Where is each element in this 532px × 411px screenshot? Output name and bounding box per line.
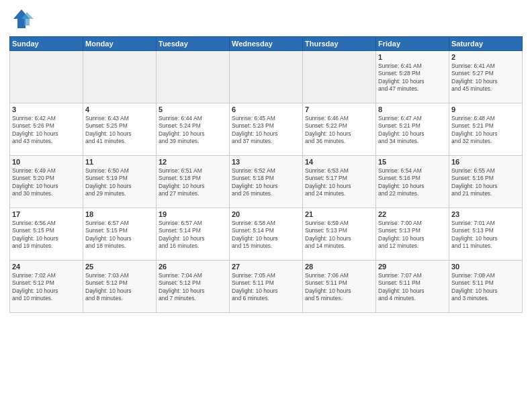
week-row-1: 1Sunrise: 6:41 AM Sunset: 5:28 PM Daylig…: [10, 51, 523, 103]
day-number: 12: [159, 158, 227, 166]
day-number: 15: [378, 158, 447, 166]
day-info: Sunrise: 6:47 AM Sunset: 5:21 PM Dayligh…: [378, 115, 447, 146]
day-cell: [10, 51, 83, 103]
day-cell: 5Sunrise: 6:44 AM Sunset: 5:24 PM Daylig…: [157, 103, 230, 156]
day-info: Sunrise: 7:08 AM Sunset: 5:11 PM Dayligh…: [451, 272, 520, 303]
day-number: 30: [451, 263, 520, 271]
day-info: Sunrise: 6:52 AM Sunset: 5:18 PM Dayligh…: [232, 167, 300, 198]
day-cell: 9Sunrise: 6:48 AM Sunset: 5:21 PM Daylig…: [449, 103, 523, 156]
column-header-friday: Friday: [376, 37, 449, 51]
day-cell: 2Sunrise: 6:41 AM Sunset: 5:27 PM Daylig…: [449, 51, 523, 103]
column-header-sunday: Sunday: [10, 37, 83, 51]
day-number: 22: [378, 210, 447, 218]
day-cell: 27Sunrise: 7:05 AM Sunset: 5:11 PM Dayli…: [230, 261, 303, 313]
day-cell: 24Sunrise: 7:02 AM Sunset: 5:12 PM Dayli…: [10, 261, 83, 313]
day-info: Sunrise: 6:58 AM Sunset: 5:14 PM Dayligh…: [232, 220, 300, 250]
day-cell: [157, 51, 230, 103]
logo: [9, 7, 38, 31]
day-number: 24: [12, 263, 81, 271]
day-number: 13: [232, 158, 300, 166]
header-row: SundayMondayTuesdayWednesdayThursdayFrid…: [10, 37, 523, 51]
day-cell: [303, 51, 376, 103]
day-number: 26: [159, 263, 227, 271]
day-info: Sunrise: 6:48 AM Sunset: 5:21 PM Dayligh…: [451, 115, 520, 146]
day-cell: 23Sunrise: 7:01 AM Sunset: 5:13 PM Dayli…: [449, 208, 523, 261]
day-cell: 18Sunrise: 6:57 AM Sunset: 5:15 PM Dayli…: [83, 208, 157, 261]
day-number: 4: [85, 105, 154, 113]
day-cell: 19Sunrise: 6:57 AM Sunset: 5:14 PM Dayli…: [157, 208, 230, 261]
day-cell: 12Sunrise: 6:51 AM Sunset: 5:18 PM Dayli…: [157, 156, 230, 208]
day-cell: 22Sunrise: 7:00 AM Sunset: 5:13 PM Dayli…: [376, 208, 449, 261]
day-number: 3: [12, 105, 81, 113]
day-info: Sunrise: 6:51 AM Sunset: 5:18 PM Dayligh…: [159, 167, 227, 198]
day-info: Sunrise: 6:42 AM Sunset: 5:26 PM Dayligh…: [12, 115, 81, 146]
day-number: 25: [85, 263, 154, 271]
header: [9, 7, 523, 31]
day-number: 2: [451, 53, 520, 61]
day-number: 21: [305, 210, 373, 218]
day-number: 10: [12, 158, 81, 166]
day-cell: 17Sunrise: 6:56 AM Sunset: 5:15 PM Dayli…: [10, 208, 83, 261]
day-info: Sunrise: 6:57 AM Sunset: 5:15 PM Dayligh…: [85, 220, 154, 250]
day-cell: 8Sunrise: 6:47 AM Sunset: 5:21 PM Daylig…: [376, 103, 449, 156]
day-cell: 15Sunrise: 6:54 AM Sunset: 5:16 PM Dayli…: [376, 156, 449, 208]
day-info: Sunrise: 6:41 AM Sunset: 5:27 PM Dayligh…: [451, 62, 520, 93]
day-info: Sunrise: 6:44 AM Sunset: 5:24 PM Dayligh…: [159, 115, 227, 146]
day-cell: 21Sunrise: 6:59 AM Sunset: 5:13 PM Dayli…: [303, 208, 376, 261]
day-number: 16: [451, 158, 520, 166]
day-number: 14: [305, 158, 373, 166]
day-info: Sunrise: 7:04 AM Sunset: 5:12 PM Dayligh…: [159, 272, 227, 303]
day-number: 7: [305, 105, 373, 113]
logo-icon: [9, 7, 34, 31]
day-cell: 11Sunrise: 6:50 AM Sunset: 5:19 PM Dayli…: [83, 156, 157, 208]
day-number: 1: [378, 53, 447, 61]
day-info: Sunrise: 7:01 AM Sunset: 5:13 PM Dayligh…: [451, 220, 520, 250]
day-number: 8: [378, 105, 447, 113]
day-number: 6: [232, 105, 300, 113]
day-number: 11: [85, 158, 154, 166]
day-cell: 6Sunrise: 6:45 AM Sunset: 5:23 PM Daylig…: [230, 103, 303, 156]
day-info: Sunrise: 6:46 AM Sunset: 5:22 PM Dayligh…: [305, 115, 373, 146]
day-info: Sunrise: 7:06 AM Sunset: 5:11 PM Dayligh…: [305, 272, 373, 303]
day-number: 23: [451, 210, 520, 218]
day-cell: 20Sunrise: 6:58 AM Sunset: 5:14 PM Dayli…: [230, 208, 303, 261]
day-info: Sunrise: 6:49 AM Sunset: 5:20 PM Dayligh…: [12, 167, 81, 198]
day-cell: 16Sunrise: 6:55 AM Sunset: 5:16 PM Dayli…: [449, 156, 523, 208]
day-number: 19: [159, 210, 227, 218]
day-number: 9: [451, 105, 520, 113]
day-info: Sunrise: 6:41 AM Sunset: 5:28 PM Dayligh…: [378, 62, 447, 93]
day-info: Sunrise: 7:03 AM Sunset: 5:12 PM Dayligh…: [85, 272, 154, 303]
day-cell: 25Sunrise: 7:03 AM Sunset: 5:12 PM Dayli…: [83, 261, 157, 313]
day-info: Sunrise: 7:07 AM Sunset: 5:11 PM Dayligh…: [378, 272, 447, 303]
column-header-wednesday: Wednesday: [230, 37, 303, 51]
day-info: Sunrise: 7:05 AM Sunset: 5:11 PM Dayligh…: [232, 272, 300, 303]
day-info: Sunrise: 6:45 AM Sunset: 5:23 PM Dayligh…: [232, 115, 300, 146]
day-info: Sunrise: 6:56 AM Sunset: 5:15 PM Dayligh…: [12, 220, 81, 250]
day-number: 20: [232, 210, 300, 218]
day-number: 17: [12, 210, 81, 218]
day-info: Sunrise: 6:59 AM Sunset: 5:13 PM Dayligh…: [305, 220, 373, 250]
day-cell: [83, 51, 157, 103]
day-number: 28: [305, 263, 373, 271]
day-number: 27: [232, 263, 300, 271]
day-cell: [230, 51, 303, 103]
day-cell: 26Sunrise: 7:04 AM Sunset: 5:12 PM Dayli…: [157, 261, 230, 313]
week-row-4: 17Sunrise: 6:56 AM Sunset: 5:15 PM Dayli…: [10, 208, 523, 261]
day-info: Sunrise: 6:43 AM Sunset: 5:25 PM Dayligh…: [85, 115, 154, 146]
day-info: Sunrise: 6:55 AM Sunset: 5:16 PM Dayligh…: [451, 167, 520, 198]
week-row-3: 10Sunrise: 6:49 AM Sunset: 5:20 PM Dayli…: [10, 156, 523, 208]
day-cell: 14Sunrise: 6:53 AM Sunset: 5:17 PM Dayli…: [303, 156, 376, 208]
day-cell: 13Sunrise: 6:52 AM Sunset: 5:18 PM Dayli…: [230, 156, 303, 208]
day-cell: 28Sunrise: 7:06 AM Sunset: 5:11 PM Dayli…: [303, 261, 376, 313]
day-number: 5: [159, 105, 227, 113]
day-info: Sunrise: 6:53 AM Sunset: 5:17 PM Dayligh…: [305, 167, 373, 198]
calendar-table: SundayMondayTuesdayWednesdayThursdayFrid…: [9, 36, 523, 313]
column-header-monday: Monday: [83, 37, 157, 51]
column-header-tuesday: Tuesday: [157, 37, 230, 51]
day-cell: 3Sunrise: 6:42 AM Sunset: 5:26 PM Daylig…: [10, 103, 83, 156]
column-header-saturday: Saturday: [449, 37, 523, 51]
day-info: Sunrise: 6:54 AM Sunset: 5:16 PM Dayligh…: [378, 167, 447, 198]
day-info: Sunrise: 7:02 AM Sunset: 5:12 PM Dayligh…: [12, 272, 81, 303]
week-row-5: 24Sunrise: 7:02 AM Sunset: 5:12 PM Dayli…: [10, 261, 523, 313]
day-cell: 30Sunrise: 7:08 AM Sunset: 5:11 PM Dayli…: [449, 261, 523, 313]
